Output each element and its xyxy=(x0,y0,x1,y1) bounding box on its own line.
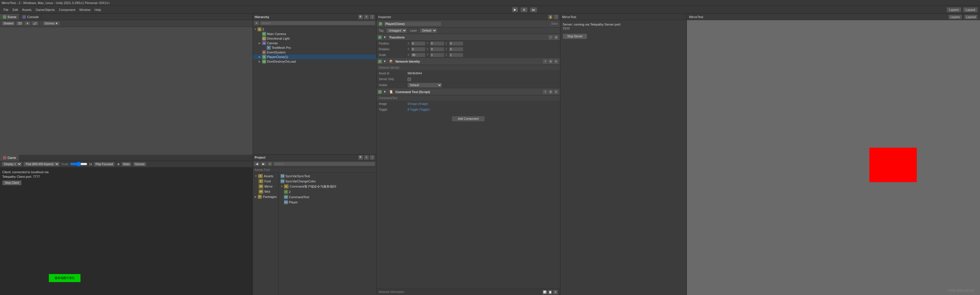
scale-x-input[interactable]: 90 xyxy=(411,53,425,57)
layers-dropdown[interactable]: Layers xyxy=(947,7,961,12)
proj-item-syncvarchange[interactable]: C# SyncVarChangeColor xyxy=(279,179,375,184)
step-button[interactable]: ⏭ xyxy=(530,7,537,12)
shaded-dropdown[interactable]: Shaded xyxy=(2,21,15,25)
proj-packages[interactable]: ▶ P Packages xyxy=(253,194,278,199)
project-back-btn[interactable]: ◀ xyxy=(254,162,260,166)
project-add-icon[interactable]: + xyxy=(364,155,369,160)
project-create-btn[interactable]: + xyxy=(267,162,272,166)
project-search[interactable] xyxy=(273,162,375,166)
rotation-z-input[interactable]: 0 xyxy=(449,47,463,51)
proj-assets[interactable]: ▼ A Assets xyxy=(253,173,278,179)
inspector-menu-icon[interactable]: ⋮ xyxy=(554,15,558,19)
pause-button[interactable]: ⏸ xyxy=(520,7,528,12)
proj-font[interactable]: F Font xyxy=(253,179,278,184)
play-focused-btn[interactable]: Play Focused xyxy=(94,162,115,166)
netinfo-icon2[interactable]: 📋 xyxy=(548,290,552,294)
add-component-button[interactable]: Add Component xyxy=(452,116,485,122)
proj-item-commandtest[interactable]: C# CommandTest xyxy=(279,195,375,200)
scene-viewport[interactable] xyxy=(0,27,253,155)
transform-enabled[interactable]: ✓ xyxy=(378,36,382,39)
pos-y-label: Y xyxy=(426,42,430,45)
hierarchy-search-icon[interactable]: 🔍 xyxy=(358,15,363,19)
netid-enabled[interactable]: ✓ xyxy=(378,60,382,63)
tree-item-dontdestroy[interactable]: ▶ G DontDestroyOnLoad xyxy=(253,59,376,64)
hierarchy-add-icon[interactable]: + xyxy=(364,15,369,19)
display-select[interactable]: Display 1 xyxy=(2,162,22,166)
stats-btn[interactable]: Stats xyxy=(121,162,131,166)
cmdtest-help-icon[interactable]: ? xyxy=(543,90,547,94)
position-x-input[interactable]: 0 xyxy=(411,41,425,46)
tree-item-light[interactable]: L Directional Light xyxy=(253,36,376,41)
proj-item-scene2[interactable]: U 2 xyxy=(279,189,375,195)
object-name-input[interactable]: Player(Clone) xyxy=(384,22,441,26)
netid-close-icon[interactable]: ✕ xyxy=(554,59,558,64)
menu-edit[interactable]: Edit xyxy=(11,8,19,12)
proj-item-syncvar[interactable]: C# SyncVarSyncTest xyxy=(279,173,375,179)
maximize-on-play[interactable]: ⊕ xyxy=(117,163,119,166)
mirror-layers-label[interactable]: Layers xyxy=(948,15,962,19)
hierarchy-menu-icon[interactable]: ⋮ xyxy=(370,15,374,19)
commandtest-header[interactable]: ✓ ▼ 📜 Command Test (Script) ? ⚙ ✕ xyxy=(377,89,560,95)
scale-slider[interactable] xyxy=(70,163,88,165)
scale-z-input[interactable]: 1 xyxy=(449,53,463,57)
tree-item-canvas[interactable]: ▶ UI Canvas xyxy=(253,41,376,45)
2d-toggle[interactable]: 2D xyxy=(16,21,23,25)
game-viewport[interactable]: Client: connected to localhost via Telep… xyxy=(0,168,253,295)
menu-assets[interactable]: Assets xyxy=(21,8,33,12)
netinfo-icon3[interactable]: ⚙ xyxy=(553,290,558,294)
object-enabled-checkbox[interactable]: ✓ xyxy=(379,22,382,25)
position-z-input[interactable]: 0 xyxy=(449,41,463,46)
gizmos-dropdown[interactable]: Gizmos ▼ xyxy=(43,21,60,25)
rotation-x-input[interactable]: 0 xyxy=(411,47,425,51)
network-identity-header[interactable]: ✓ ▼ 📦 Network Identity ? ⚙ ✕ xyxy=(377,58,560,65)
netid-help-icon[interactable]: ? xyxy=(543,59,547,64)
transform-header[interactable]: ✓ ▼ Transform ? ⚙ xyxy=(377,34,560,41)
tree-item-scene[interactable]: ▼ S 2 xyxy=(253,27,376,32)
stop-server-button[interactable]: Stop Server xyxy=(563,33,587,39)
cmdtest-close-icon[interactable]: ✕ xyxy=(554,90,558,94)
lighting-toggle[interactable]: ☀ xyxy=(24,21,30,25)
tree-item-eventsystem[interactable]: E EventSystem xyxy=(253,50,376,55)
transform-settings-icon[interactable]: ⚙ xyxy=(554,35,558,40)
transform-help-icon[interactable]: ? xyxy=(548,35,553,40)
layer-dropdown[interactable]: Default xyxy=(420,28,437,33)
proj-item-player[interactable]: C# Player xyxy=(279,200,375,205)
position-y-input[interactable]: 0 xyxy=(430,41,444,46)
inspector-lock-icon[interactable]: 🔒 xyxy=(548,15,553,19)
proj-item-command-folder[interactable]: ▼ F Command客户端命令与服务端03 xyxy=(279,184,375,189)
cmdtest-enabled[interactable]: ✓ xyxy=(378,90,382,94)
tab-console[interactable]: Console xyxy=(19,14,42,20)
menu-component[interactable]: Component xyxy=(58,8,76,12)
rotation-y-input[interactable]: 0 xyxy=(430,47,444,51)
cmdtest-settings-icon[interactable]: ⚙ xyxy=(548,90,553,94)
tab-game[interactable]: Game xyxy=(0,155,19,161)
stop-client-button[interactable]: Stop Client xyxy=(2,181,22,185)
aspect-select[interactable]: Pad (800:400 Aspect) xyxy=(24,162,59,166)
proj-mirror[interactable]: M Mirror xyxy=(253,184,278,189)
menu-help[interactable]: Help xyxy=(94,8,102,12)
project-menu-icon[interactable]: ⋮ xyxy=(370,155,374,160)
tree-item-maincamera[interactable]: C Main Camera xyxy=(253,32,376,36)
mirror-layout-label[interactable]: Layout xyxy=(964,15,978,19)
scale-y-input[interactable]: 1 xyxy=(430,53,444,57)
serveronly-checkbox[interactable] xyxy=(407,78,411,81)
tree-item-playerclone[interactable]: ▶ G PlayerClone(1) xyxy=(253,55,376,59)
menu-file[interactable]: File xyxy=(2,8,10,12)
tab-scene[interactable]: Scene xyxy=(0,14,19,20)
project-search-icon[interactable]: 🔍 xyxy=(358,155,363,160)
audio-toggle[interactable]: 🔊 xyxy=(32,21,38,25)
play-button[interactable]: ▶ xyxy=(512,7,518,12)
layout-dropdown[interactable]: Layout xyxy=(963,7,978,12)
proj-wrd[interactable]: W Wrd xyxy=(253,189,278,194)
tree-item-textmesh[interactable]: T TextMesh Pro xyxy=(253,45,376,50)
menu-window[interactable]: Window xyxy=(78,8,92,12)
menu-gameobjects[interactable]: GameObjects xyxy=(35,8,56,12)
netid-settings-icon[interactable]: ⚙ xyxy=(548,59,553,64)
gizmos-btn[interactable]: Gizmos xyxy=(133,162,146,166)
project-forward-btn[interactable]: ▶ xyxy=(261,162,266,166)
hierarchy-create-btn[interactable]: + xyxy=(254,21,259,25)
netinfo-icon1[interactable]: 📊 xyxy=(542,290,547,294)
visible-dropdown[interactable]: Default xyxy=(407,83,442,87)
hierarchy-search[interactable] xyxy=(260,21,375,25)
tag-dropdown[interactable]: Untagged xyxy=(386,28,407,33)
